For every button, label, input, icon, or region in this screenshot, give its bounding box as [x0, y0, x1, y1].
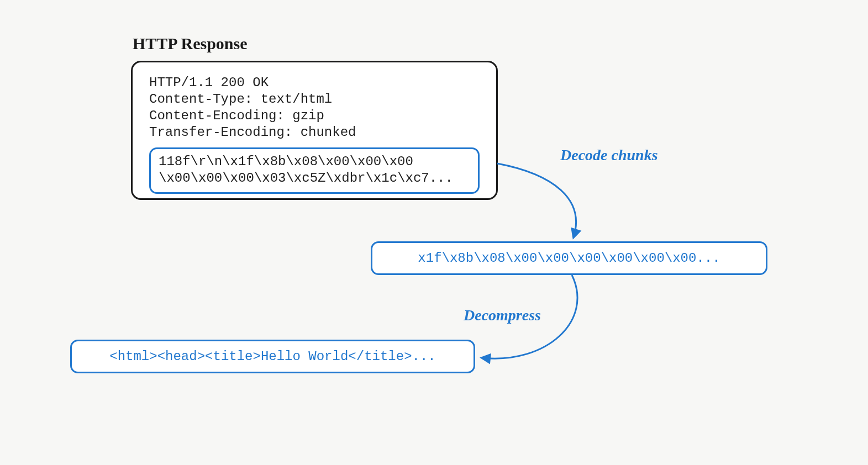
- final-output-box: <html><head><title>Hello World</title>..…: [70, 340, 475, 373]
- diagram-canvas: HTTP Response HTTP/1.1 200 OK Content-Ty…: [0, 0, 868, 465]
- label-decompress: Decompress: [464, 307, 541, 324]
- arrow-decompress: [0, 0, 868, 465]
